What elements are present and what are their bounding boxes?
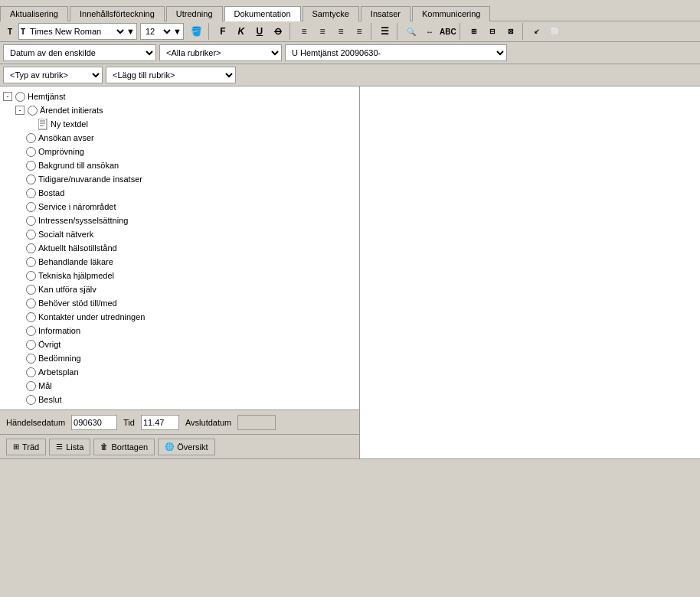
- paint-bucket-btn[interactable]: 🪣: [188, 23, 205, 40]
- tree-item-beslut[interactable]: Beslut: [15, 393, 356, 406]
- sep1: [208, 23, 211, 40]
- replace-btn[interactable]: ↔: [421, 23, 438, 40]
- behandlande-label: Behandlande läkare: [38, 257, 113, 266]
- service-label: Service i närområdet: [38, 202, 116, 211]
- tree-container[interactable]: - Hemtjänst - Ärendet initierats: [0, 86, 359, 409]
- lagg-till-selector[interactable]: <Lägg till rubrik>: [106, 67, 236, 83]
- root-expander[interactable]: -: [3, 92, 12, 101]
- tree-root[interactable]: - Hemtjänst: [3, 90, 356, 103]
- tree-item-omprovning[interactable]: Omprövning: [15, 145, 356, 158]
- tree-item-service[interactable]: Service i närområdet: [15, 200, 356, 214]
- table-btn[interactable]: ⊞: [466, 23, 482, 40]
- tab-kommunicering[interactable]: Kommunicering: [412, 6, 490, 21]
- behover-circle-icon: [26, 298, 36, 308]
- tree-item-aktuellt[interactable]: Aktuellt hälsotillstånd: [15, 241, 356, 255]
- font-size-dropdown[interactable]: 12: [142, 26, 173, 37]
- tidigare-circle-icon: [26, 175, 36, 184]
- tree-item-information[interactable]: Information: [15, 324, 356, 338]
- end-date-input[interactable]: [237, 415, 276, 430]
- tree-item-ovrigt[interactable]: Övrigt: [15, 338, 356, 351]
- tree-item-bostad[interactable]: Bostad: [15, 186, 356, 200]
- tree-item-intressen[interactable]: Intressen/sysselsättning: [15, 214, 356, 227]
- font-size-selector[interactable]: 12 ▼: [140, 23, 184, 40]
- service-icon: [25, 201, 37, 213]
- merge-btn[interactable]: ⊠: [502, 23, 519, 40]
- tab-innehall[interactable]: Innehållsförteckning: [70, 6, 165, 21]
- date-selector[interactable]: Datum av den enskilde: [3, 44, 156, 61]
- font-size-dropdown-arrow: ▼: [173, 27, 182, 36]
- borttagen-tab-label: Borttagen: [111, 442, 148, 452]
- underline-btn[interactable]: U: [251, 23, 268, 40]
- mal-icon: [25, 380, 37, 392]
- type-selector[interactable]: <Typ av rubrik>: [3, 67, 103, 83]
- font-name-dropdown[interactable]: Times New Roman: [27, 26, 126, 37]
- find-btn[interactable]: 🔍: [403, 23, 420, 40]
- date-input[interactable]: [71, 415, 117, 430]
- bottom-tab-borttagen[interactable]: 🗑 Borttagen: [93, 439, 155, 455]
- bottom-gray-area: [0, 458, 700, 597]
- tree-item-mal[interactable]: Mål: [15, 379, 356, 393]
- kanutfora-icon: [25, 283, 37, 295]
- align-right-btn[interactable]: ≡: [332, 23, 349, 40]
- bottom-tab-oversikt[interactable]: 🌐 Översikt: [158, 439, 214, 455]
- align-justify-btn[interactable]: ≡: [351, 23, 368, 40]
- omprovning-label: Omprövning: [38, 147, 84, 156]
- doc-svg-icon: [38, 119, 48, 130]
- tab-insatser[interactable]: Insatser: [361, 6, 411, 21]
- intressen-circle-icon: [26, 216, 36, 226]
- oversikt-tab-label: Översikt: [177, 442, 208, 452]
- tab-aktualisering[interactable]: Aktualisering: [0, 6, 68, 21]
- arbetsplan-icon: [25, 366, 37, 378]
- ansolan-icon: [25, 132, 37, 144]
- tree-item-kontakter[interactable]: Kontakter under utredningen: [15, 310, 356, 324]
- tree-item-behandlande[interactable]: Behandlande läkare: [15, 255, 356, 269]
- date-row: Händelsedatum Tid Avslutdatum: [0, 409, 359, 434]
- bostad-label: Bostad: [38, 188, 64, 197]
- ansolan-label: Ansökan avser: [38, 133, 94, 142]
- sep3: [371, 23, 374, 40]
- bottom-tab-trad[interactable]: ⊞ Träd: [6, 439, 46, 455]
- font-name-selector[interactable]: T Times New Roman ▼: [18, 23, 137, 40]
- tree-item-arende[interactable]: - Ärendet initierats: [15, 103, 356, 117]
- right-panel: [360, 86, 700, 458]
- tab-utredning[interactable]: Utredning: [166, 6, 223, 21]
- tree-item-bakgrund[interactable]: Bakgrund till ansökan: [15, 158, 356, 172]
- list-btn[interactable]: ☰: [377, 23, 394, 40]
- tree-item-nytextdel[interactable]: Ny textdel: [28, 117, 356, 131]
- tree-item-tidigare[interactable]: Tidigare/nuvarande insatser: [15, 172, 356, 186]
- align-center-btn[interactable]: ≡: [314, 23, 331, 40]
- tree-item-kanutfora[interactable]: Kan utföra själv: [15, 282, 356, 296]
- delete-btn[interactable]: ⬜: [547, 23, 564, 40]
- tree-item-arbetsplan[interactable]: Arbetsplan: [15, 365, 356, 379]
- end-date-label: Avslutdatum: [185, 418, 231, 427]
- table2-btn[interactable]: ⊟: [484, 23, 501, 40]
- insert-btn[interactable]: ↙: [528, 23, 545, 40]
- service-circle-icon: [26, 202, 36, 212]
- kanutfora-label: Kan utföra själv: [38, 285, 96, 294]
- italic-btn[interactable]: K: [233, 23, 250, 40]
- bottom-tab-lista[interactable]: ☰ Lista: [49, 439, 90, 455]
- rubrik-selector[interactable]: <Alla rubriker>: [159, 44, 282, 61]
- tekniska-circle-icon: [26, 271, 36, 281]
- strikethrough-btn[interactable]: ⊖: [270, 23, 286, 40]
- document-selector[interactable]: U Hemtjänst 20090630-: [285, 44, 507, 61]
- behandlande-icon: [25, 256, 37, 268]
- tab-samtycke[interactable]: Samtycke: [303, 6, 359, 21]
- information-circle-icon: [26, 326, 36, 336]
- tree-item-tekniska[interactable]: Tekniska hjälpmedel: [15, 269, 356, 282]
- left-panel: - Hemtjänst - Ärendet initierats: [0, 86, 360, 458]
- tree-item-behover[interactable]: Behöver stöd till/med: [15, 296, 356, 310]
- tab-dokumentation[interactable]: Dokumentation: [224, 6, 301, 21]
- tree-item-bedomning[interactable]: Bedömning: [15, 351, 356, 365]
- font-icon-btn[interactable]: T: [3, 23, 17, 40]
- tidigare-icon: [25, 173, 37, 185]
- align-left-btn[interactable]: ≡: [296, 23, 312, 40]
- arende-expander[interactable]: -: [15, 106, 25, 115]
- bold-btn[interactable]: F: [214, 23, 231, 40]
- tree-item-socialt[interactable]: Socialt nätverk: [15, 227, 356, 241]
- dropdowns-row1: Datum av den enskilde <Alla rubriker> U …: [0, 42, 700, 64]
- spell-btn[interactable]: ABC: [440, 23, 456, 40]
- tree-item-ansolan[interactable]: Ansökan avser: [15, 131, 356, 145]
- tree-tab-icon: ⊞: [13, 442, 19, 451]
- time-input[interactable]: [141, 415, 179, 430]
